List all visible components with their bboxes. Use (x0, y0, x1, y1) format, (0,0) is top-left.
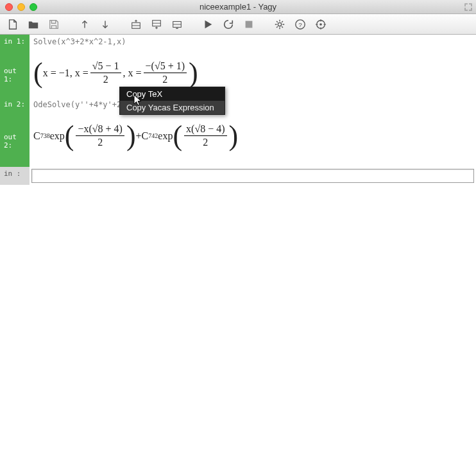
insert-row-below-button[interactable] (148, 16, 166, 33)
insert-row-above-button[interactable] (127, 16, 145, 33)
gutter-label: out 1: (0, 53, 30, 98)
fraction: −(√5 + 1) 2 (144, 60, 187, 85)
lparen-icon: ( (173, 123, 182, 149)
rparen-icon: ) (229, 123, 239, 149)
math-text: + (136, 130, 142, 142)
math-text: x = −1, x = (43, 67, 89, 79)
cell-in-2: in 2: OdeSolve(y''+4*y'+2*y==0) (0, 98, 476, 116)
new-file-button[interactable] (4, 16, 22, 33)
gutter-label: in : (0, 167, 30, 185)
rparen-icon: ) (126, 123, 136, 149)
gutter-label: out 2: (0, 116, 30, 167)
target-button[interactable] (312, 16, 330, 33)
stop-button[interactable] (240, 16, 258, 33)
subscript: 738 (40, 132, 50, 139)
notebook-area: in 1: Solve(x^3+2*x^2-1,x) out 1: ( x = … (0, 35, 476, 185)
toolbar: ? (0, 14, 476, 35)
svg-point-11 (319, 23, 322, 26)
settings-button[interactable] (271, 16, 289, 33)
gutter-label: in 1: (0, 35, 30, 53)
math-text: C (142, 130, 149, 142)
cell-out-2: out 2: C738 exp ( −x(√8 + 4) 2 ) + C742 … (0, 116, 476, 167)
code-input[interactable] (31, 169, 474, 183)
svg-point-7 (278, 22, 281, 26)
help-button[interactable]: ? (291, 16, 309, 33)
open-file-button[interactable] (24, 16, 42, 33)
lparen-icon: ( (33, 60, 43, 86)
cell-output[interactable]: ( x = −1, x = √5 − 1 2 , x = −(√5 + 1) 2… (30, 53, 476, 98)
run-button[interactable] (199, 16, 217, 33)
math-text: exp (50, 130, 65, 142)
window-title: niceexample1 - Yagy (200, 2, 276, 12)
fraction: √5 − 1 2 (90, 60, 121, 85)
cell-output[interactable]: C738 exp ( −x(√8 + 4) 2 ) + C742 exp ( x… (30, 116, 476, 167)
reload-button[interactable] (219, 16, 237, 33)
menu-item-copy-yacas[interactable]: Copy Yacas Expression (120, 101, 225, 114)
math-text: , x = (123, 67, 142, 79)
save-button[interactable] (45, 16, 63, 33)
math-text: exp (158, 130, 173, 142)
rparen-icon: ) (189, 60, 198, 86)
arrow-up-button[interactable] (76, 16, 94, 33)
minimize-icon[interactable] (17, 3, 25, 11)
math-text: C (33, 130, 40, 142)
menu-item-copy-tex[interactable]: Copy TeX (120, 87, 225, 101)
fraction: x(√8 − 4) 2 (184, 123, 226, 148)
titlebar: niceexample1 - Yagy (0, 0, 476, 14)
cell-input (30, 167, 476, 185)
cell-in-empty: in : (0, 167, 476, 185)
svg-text:?: ? (298, 21, 302, 28)
cell-out-1: out 1: ( x = −1, x = √5 − 1 2 , x = −(√5… (0, 53, 476, 98)
svg-rect-6 (246, 21, 253, 28)
fullscreen-icon[interactable] (464, 3, 472, 11)
arrow-down-button[interactable] (96, 16, 114, 33)
cell-code[interactable]: Solve(x^3+2*x^2-1,x) (30, 35, 476, 53)
context-menu: Copy TeX Copy Yacas Expression (119, 87, 225, 115)
lparen-icon: ( (65, 123, 74, 149)
zoom-icon[interactable] (30, 3, 37, 11)
fraction: −x(√8 + 4) 2 (76, 123, 124, 148)
subscript: 742 (148, 132, 158, 139)
window-controls (5, 3, 37, 11)
gutter-label: in 2: (0, 98, 30, 116)
close-icon[interactable] (5, 3, 13, 11)
cell-in-1: in 1: Solve(x^3+2*x^2-1,x) (0, 35, 476, 53)
cell-code[interactable]: OdeSolve(y''+4*y'+2*y==0) (30, 98, 476, 116)
delete-row-button[interactable] (168, 16, 186, 33)
